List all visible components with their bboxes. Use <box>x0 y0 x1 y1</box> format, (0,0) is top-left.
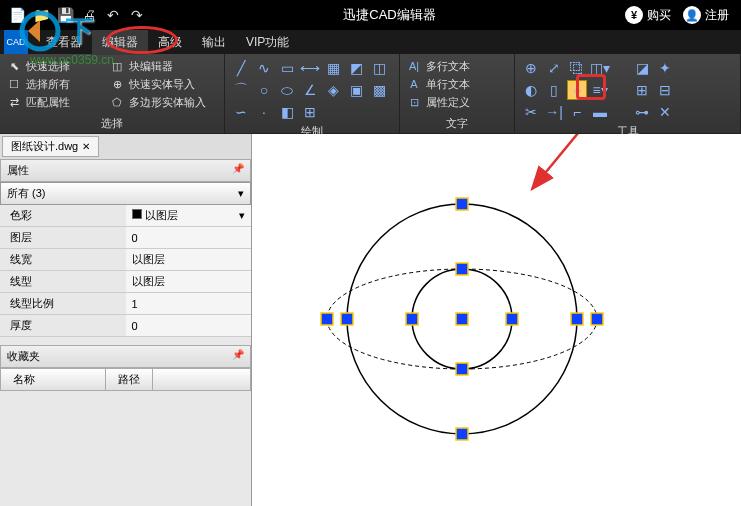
tool3-icon[interactable]: ◧ <box>277 102 297 122</box>
move-icon[interactable]: ⊕ <box>521 58 541 78</box>
svg-rect-9 <box>321 313 333 325</box>
property-value[interactable]: 0 <box>126 315 252 336</box>
bound-icon[interactable]: ◫ <box>369 58 389 78</box>
copy-icon[interactable]: ⿻ <box>567 58 587 78</box>
poly-input-button[interactable]: ⬠多边形实体输入 <box>109 94 206 110</box>
polygon-icon: ⬠ <box>109 94 125 110</box>
menu-output[interactable]: 输出 <box>192 30 236 55</box>
property-value[interactable]: 1 <box>126 293 252 314</box>
weight-icon[interactable]: ▬ <box>590 102 610 122</box>
panel-title: 属性 <box>7 163 29 178</box>
pin-icon[interactable]: 📌 <box>232 163 244 178</box>
line-icon[interactable]: ╱ <box>231 58 251 78</box>
property-value[interactable]: 以图层 <box>126 271 252 292</box>
redo-icon[interactable]: ↷ <box>128 6 146 24</box>
block-icon: ◫ <box>109 58 125 74</box>
file-tab[interactable]: 图纸设计.dwg ✕ <box>2 136 99 157</box>
spline-icon[interactable]: ∽ <box>231 102 251 122</box>
attdef-icon: ⊡ <box>406 94 422 110</box>
arc-icon[interactable]: ⌒ <box>231 80 251 100</box>
property-value[interactable]: 以图层▾ <box>126 205 252 226</box>
buy-button[interactable]: ¥ 购买 <box>625 6 671 24</box>
properties-filter-dropdown[interactable]: 所有 (3) ▾ <box>0 182 251 205</box>
svg-rect-6 <box>456 313 468 325</box>
layer-icon[interactable]: ◫▾ <box>590 58 610 78</box>
menu-advanced[interactable]: 高级 <box>148 30 192 55</box>
favorites-col-path[interactable]: 路径 <box>106 369 153 390</box>
property-row: 线型以图层 <box>0 271 251 293</box>
close-icon[interactable]: ✕ <box>82 141 90 152</box>
property-value[interactable]: 以图层 <box>126 249 252 270</box>
favorites-columns: 名称 路径 <box>0 368 251 391</box>
open-icon[interactable]: 📁 <box>32 6 50 24</box>
explode-icon[interactable]: ✦ <box>655 58 675 78</box>
app-title: 迅捷CAD编辑器 <box>154 6 625 24</box>
favorites-panel-header[interactable]: 收藏夹 📌 <box>0 345 251 368</box>
match-props-button[interactable]: ⇄匹配属性 <box>6 94 106 110</box>
dim-icon[interactable]: ⟷ <box>300 58 320 78</box>
menu-vip[interactable]: VIP功能 <box>236 30 299 55</box>
break-icon[interactable]: ⊟ <box>655 80 675 100</box>
file-tab-name: 图纸设计.dwg <box>11 139 78 154</box>
xref-icon[interactable]: ▣ <box>346 80 366 100</box>
print-icon[interactable]: 🖨 <box>80 6 98 24</box>
pin-icon[interactable]: 📌 <box>232 349 244 364</box>
favorites-col-name[interactable]: 名称 <box>1 369 106 390</box>
svg-rect-14 <box>506 313 518 325</box>
mtext-icon: A| <box>406 58 422 74</box>
svg-rect-4 <box>456 198 468 210</box>
svg-rect-5 <box>456 428 468 440</box>
raster-icon[interactable]: ▩ <box>369 80 389 100</box>
attdef-button[interactable]: ⊡属性定义 <box>406 94 508 110</box>
linetype-icon[interactable]: ≡▾ <box>590 80 610 100</box>
svg-rect-12 <box>571 313 583 325</box>
offset-icon[interactable]: ⟐ <box>567 80 587 100</box>
left-panel: 图纸设计.dwg ✕ 属性 📌 所有 (3) ▾ 色彩 以图层▾ 图层0 线宽以… <box>0 134 252 506</box>
quick-import-button[interactable]: ⊕快速实体导入 <box>109 76 195 92</box>
circle-icon[interactable]: ○ <box>254 80 274 100</box>
menu-editor[interactable]: 编辑器 <box>92 30 148 55</box>
register-button[interactable]: 👤 注册 <box>683 6 729 24</box>
rotate-icon[interactable]: ◐ <box>521 80 541 100</box>
currency-icon: ¥ <box>625 6 643 24</box>
panel-title: 收藏夹 <box>7 349 40 364</box>
erase-icon[interactable]: ✕ <box>655 102 675 122</box>
hatch-icon[interactable]: ▦ <box>323 58 343 78</box>
block-editor-button[interactable]: ◫块编辑器 <box>109 58 173 74</box>
properties-table: 色彩 以图层▾ 图层0 线宽以图层 线型以图层 线型比例1 厚度0 <box>0 205 251 337</box>
text-icon: A <box>406 76 422 92</box>
angle-icon[interactable]: ∠ <box>300 80 320 100</box>
mtext-button[interactable]: A|多行文本 <box>406 58 508 74</box>
ellipse-icon[interactable]: ⬭ <box>277 80 297 100</box>
svg-rect-7 <box>456 263 468 275</box>
insert-icon[interactable]: ◈ <box>323 80 343 100</box>
svg-rect-11 <box>341 313 353 325</box>
text-button[interactable]: A单行文本 <box>406 76 508 92</box>
select-all-button[interactable]: ☐选择所有 <box>6 76 106 92</box>
rect-icon[interactable]: ▭ <box>277 58 297 78</box>
mirror-icon[interactable]: ▯ <box>544 80 564 100</box>
scale-icon[interactable]: ⤢ <box>544 58 564 78</box>
undo-icon[interactable]: ↶ <box>104 6 122 24</box>
property-row: 色彩 以图层▾ <box>0 205 251 227</box>
extend-icon[interactable]: →| <box>544 102 564 122</box>
app-badge[interactable]: CAD <box>4 30 28 54</box>
menu-viewer[interactable]: 查看器 <box>36 30 92 55</box>
properties-panel-header[interactable]: 属性 📌 <box>0 159 251 182</box>
region-icon[interactable]: ◩ <box>346 58 366 78</box>
property-row: 线型比例1 <box>0 293 251 315</box>
array-icon[interactable]: ⊞ <box>632 80 652 100</box>
table-icon[interactable]: ⊞ <box>300 102 320 122</box>
polyline-icon[interactable]: ∿ <box>254 58 274 78</box>
property-value[interactable]: 0 <box>126 227 252 248</box>
fillet-icon[interactable]: ⌐ <box>567 102 587 122</box>
property-row: 厚度0 <box>0 315 251 337</box>
point-icon[interactable]: · <box>254 102 274 122</box>
quick-select-button[interactable]: ⬉快速选择 <box>6 58 106 74</box>
color-icon[interactable]: ◪ <box>632 58 652 78</box>
new-icon[interactable]: 📄 <box>8 6 26 24</box>
join-icon[interactable]: ⊶ <box>632 102 652 122</box>
save-icon[interactable]: 💾 <box>56 6 74 24</box>
drawing-canvas[interactable] <box>252 134 741 506</box>
trim-icon[interactable]: ✂ <box>521 102 541 122</box>
